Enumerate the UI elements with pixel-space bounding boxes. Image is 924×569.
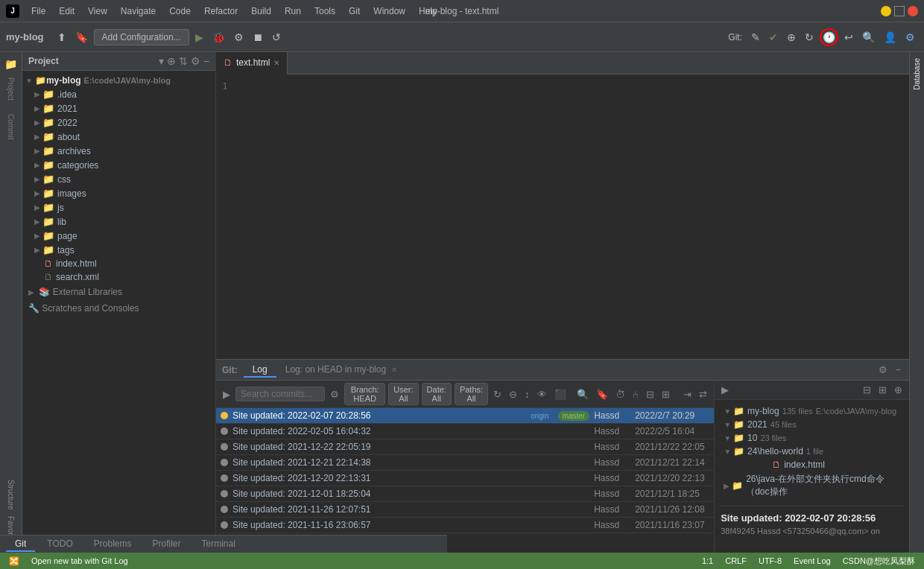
- git-history-icon[interactable]: 🕐: [820, 28, 838, 46]
- git-view-icon[interactable]: 👁: [535, 387, 549, 401]
- structure-label[interactable]: Structure: [5, 477, 16, 513]
- bottom-tab-profiler[interactable]: Profiler: [143, 537, 189, 552]
- git-log-row[interactable]: Site updated: 2021-11-26 12:07:51Hassd20…: [216, 502, 714, 518]
- git-right-filter-icon[interactable]: ⊞: [876, 383, 889, 397]
- menu-git[interactable]: Git: [343, 4, 366, 18]
- git-push-icon[interactable]: ⊕: [784, 30, 799, 45]
- sidebar-dropdown-icon[interactable]: ▾: [159, 55, 164, 67]
- crlf-indicator[interactable]: CRLF: [722, 556, 750, 565]
- open-git-log-button[interactable]: Open new tab with Git Log: [28, 556, 131, 565]
- git-log-row[interactable]: Site updated: 2021-11-16 23:06:57Hassd20…: [216, 518, 714, 533]
- git-grid-icon[interactable]: ⊞: [659, 387, 672, 401]
- tree-item[interactable]: ▶ 📁 images: [22, 186, 215, 200]
- git-branch-icon[interactable]: ⑃: [630, 387, 641, 401]
- menu-code[interactable]: Code: [163, 4, 197, 18]
- git-filter-icon[interactable]: ⊟: [644, 387, 656, 401]
- git-expand-icon[interactable]: ▶: [221, 387, 232, 401]
- close-button[interactable]: ✕: [908, 6, 918, 16]
- git-log-row[interactable]: Site updated: 2021-12-22 22:05:19Hassd20…: [216, 439, 714, 455]
- event-log[interactable]: Event Log: [791, 556, 834, 565]
- bottom-tab-todo[interactable]: TODO: [38, 537, 81, 552]
- git-right-26[interactable]: ▶ 📁 26\java-在外部文件夹执行cmd命令（doc操作: [721, 471, 903, 500]
- git-log-row[interactable]: Site updated: 2022-02-07 20:28:56originm…: [216, 408, 714, 424]
- git-icon[interactable]: 🔀: [6, 556, 22, 566]
- git-log-row[interactable]: Site updated: 2021-12-21 22:14:38Hassd20…: [216, 455, 714, 471]
- sidebar-settings-icon[interactable]: ⚙: [191, 55, 200, 67]
- git-log-row[interactable]: Site updated: 2021-12-20 22:13:31Hassd20…: [216, 471, 714, 486]
- tree-item-html[interactable]: 🗋 index.html: [22, 257, 215, 270]
- menu-tools[interactable]: Tools: [308, 4, 341, 18]
- git-commit-icon[interactable]: ✔: [766, 30, 781, 45]
- log-on-head-close[interactable]: ✕: [391, 366, 397, 374]
- tree-item[interactable]: ▶ 📁 page: [22, 229, 215, 243]
- menu-edit[interactable]: Edit: [53, 4, 80, 18]
- run-icon[interactable]: ▶: [192, 30, 206, 45]
- menu-view[interactable]: View: [82, 4, 113, 18]
- tree-item[interactable]: ▶ 📁 2022: [22, 115, 215, 130]
- bottom-tab-log[interactable]: Log: [244, 363, 276, 378]
- sidebar-collapse-icon[interactable]: ⊕: [167, 55, 176, 67]
- user-icon[interactable]: 👤: [881, 30, 899, 45]
- sidebar-minimize-icon[interactable]: −: [203, 55, 209, 67]
- git-bookmark-icon[interactable]: 🔖: [594, 387, 610, 401]
- tree-item[interactable]: ▶ 📁 categories: [22, 158, 215, 172]
- git-refresh-icon[interactable]: ↻: [491, 387, 504, 401]
- git-fetch-btn[interactable]: ⬛: [552, 387, 569, 401]
- git-branch-filter[interactable]: Branch: HEAD: [344, 383, 385, 405]
- scratches-item[interactable]: 🔧 Scratches and Consoles: [22, 300, 215, 317]
- minimize-button[interactable]: −: [881, 6, 891, 16]
- project-label[interactable]: Project: [5, 74, 16, 104]
- bookmark-icon[interactable]: 🔖: [72, 30, 91, 45]
- menu-build[interactable]: Build: [245, 4, 277, 18]
- tree-root[interactable]: ▼ 📁 my-blog E:\code\JAVA\my-blog: [22, 74, 215, 87]
- git-sort-icon[interactable]: ↕: [522, 387, 532, 401]
- git-right-10[interactable]: ▼ 📁 10 23 files: [721, 431, 903, 445]
- git-right-columns-icon[interactable]: ⊟: [861, 383, 873, 397]
- debug-icon[interactable]: 🐞: [209, 30, 228, 45]
- tab-close-button[interactable]: ✕: [273, 59, 279, 67]
- tree-item[interactable]: ▶ 📁 js: [22, 200, 215, 214]
- git-right-expand-icon[interactable]: ⇥: [681, 387, 694, 401]
- restore-button[interactable]: [894, 6, 905, 16]
- stop-icon[interactable]: ⏹: [250, 30, 266, 45]
- tree-item[interactable]: ▶ 📁 .idea: [22, 87, 215, 101]
- tree-item[interactable]: ▶ 📁 2021: [22, 101, 215, 115]
- git-undo-icon[interactable]: ↩: [841, 30, 856, 45]
- tree-item-xml[interactable]: 🗋 search.xml: [22, 270, 215, 284]
- git-filter-settings-icon[interactable]: ⚙: [328, 387, 341, 401]
- menu-refactor[interactable]: Refactor: [198, 4, 244, 18]
- git-right-index-html[interactable]: 🗋 index.html: [721, 458, 903, 471]
- git-right-root[interactable]: ▼ 📁 my-blog 135 files E:\code\JAVA\my-bl…: [721, 404, 903, 418]
- editor-content[interactable]: 1: [216, 74, 909, 359]
- menu-file[interactable]: File: [25, 4, 51, 18]
- git-right-2021[interactable]: ▼ 📁 2021 45 files: [721, 418, 903, 431]
- menu-window[interactable]: Window: [367, 4, 411, 18]
- project-activity-icon[interactable]: 📁: [2, 55, 20, 73]
- tree-item[interactable]: ▶ 📁 css: [22, 172, 215, 186]
- settings-icon[interactable]: ⚙: [902, 30, 918, 45]
- git-log-row[interactable]: Site updated: 2021-12-01 18:25:04Hassd20…: [216, 486, 714, 502]
- git-search-input[interactable]: [235, 387, 325, 401]
- menu-navigate[interactable]: Navigate: [115, 4, 162, 18]
- tree-item[interactable]: ▶ 📁 about: [22, 130, 215, 144]
- bottom-minimize-icon[interactable]: −: [893, 363, 903, 376]
- git-paths-filter[interactable]: Paths: All: [455, 383, 488, 405]
- bottom-tab-terminal[interactable]: Terminal: [193, 537, 244, 552]
- line-col-indicator[interactable]: 1:1: [699, 556, 716, 565]
- editor-tab-text-html[interactable]: 🗋 text.html ✕: [216, 52, 288, 74]
- add-configuration-button[interactable]: Add Configuration...: [94, 29, 189, 45]
- git-update-icon[interactable]: ✎: [748, 30, 763, 45]
- external-libraries-item[interactable]: ▶ 📚 External Libraries: [22, 284, 215, 300]
- vcs-icon[interactable]: ⬆: [54, 30, 69, 45]
- git-log-row[interactable]: Site updated: 2022-02-05 16:04:32Hassd20…: [216, 424, 714, 439]
- git-right-settings-icon[interactable]: ⊕: [892, 383, 905, 397]
- reload-icon[interactable]: ↺: [269, 30, 284, 45]
- bottom-tab-git[interactable]: Git: [6, 537, 35, 552]
- menu-run[interactable]: Run: [279, 4, 307, 18]
- tree-item[interactable]: ▶ 📁 lib: [22, 214, 215, 229]
- run-coverage-icon[interactable]: ⚙: [231, 30, 247, 45]
- git-right-expand-icon[interactable]: ▶: [719, 383, 731, 397]
- git-collapse-icon[interactable]: ⊖: [507, 387, 519, 401]
- bottom-tab-log-on-head[interactable]: Log: on HEAD in my-blog ✕: [276, 363, 407, 378]
- git-search-btn[interactable]: 🔍: [575, 387, 591, 401]
